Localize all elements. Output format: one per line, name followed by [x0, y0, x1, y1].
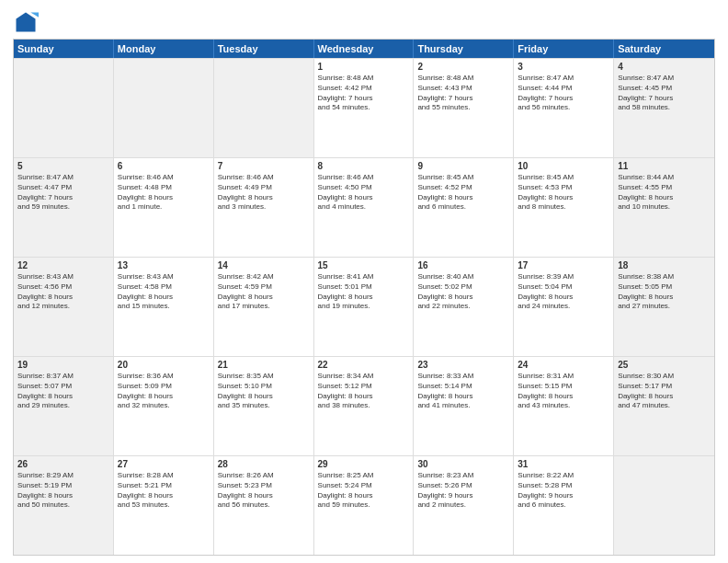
- day-number: 4: [618, 62, 711, 72]
- day-number: 12: [17, 260, 109, 270]
- header-tuesday: Tuesday: [214, 40, 314, 58]
- empty-cell-0-1: [114, 59, 214, 157]
- empty-cell-0-0: [14, 59, 114, 157]
- day-number: 19: [17, 360, 109, 370]
- day-cell-10: 10Sunrise: 8:45 AM Sunset: 4:53 PM Dayli…: [514, 158, 614, 257]
- day-info: Sunrise: 8:40 AM Sunset: 5:02 PM Dayligh…: [417, 272, 509, 312]
- day-number: 22: [318, 360, 410, 370]
- day-info: Sunrise: 8:45 AM Sunset: 4:52 PM Dayligh…: [417, 173, 509, 213]
- day-number: 10: [518, 161, 609, 171]
- day-cell-28: 28Sunrise: 8:26 AM Sunset: 5:23 PM Dayli…: [214, 456, 314, 555]
- header-friday: Friday: [514, 40, 614, 58]
- day-info: Sunrise: 8:26 AM Sunset: 5:23 PM Dayligh…: [218, 471, 310, 511]
- day-cell-8: 8Sunrise: 8:46 AM Sunset: 4:50 PM Daylig…: [314, 158, 415, 257]
- day-info: Sunrise: 8:41 AM Sunset: 5:01 PM Dayligh…: [318, 272, 410, 312]
- day-number: 7: [218, 161, 310, 171]
- day-cell-12: 12Sunrise: 8:43 AM Sunset: 4:56 PM Dayli…: [14, 258, 114, 356]
- day-cell-30: 30Sunrise: 8:23 AM Sunset: 5:26 PM Dayli…: [414, 456, 514, 555]
- day-info: Sunrise: 8:36 AM Sunset: 5:09 PM Dayligh…: [118, 372, 210, 411]
- day-cell-24: 24Sunrise: 8:31 AM Sunset: 5:15 PM Dayli…: [514, 357, 614, 455]
- day-cell-14: 14Sunrise: 8:42 AM Sunset: 4:59 PM Dayli…: [214, 258, 314, 356]
- day-info: Sunrise: 8:34 AM Sunset: 5:12 PM Dayligh…: [318, 372, 410, 411]
- day-cell-18: 18Sunrise: 8:38 AM Sunset: 5:05 PM Dayli…: [614, 258, 714, 356]
- page: SundayMondayTuesdayWednesdayThursdayFrid…: [0, 0, 728, 563]
- day-number: 27: [118, 459, 210, 469]
- day-number: 13: [118, 260, 210, 270]
- day-info: Sunrise: 8:48 AM Sunset: 4:43 PM Dayligh…: [417, 74, 509, 113]
- day-info: Sunrise: 8:30 AM Sunset: 5:17 PM Dayligh…: [618, 372, 711, 411]
- day-number: 5: [17, 161, 109, 171]
- day-number: 1: [318, 62, 410, 72]
- empty-cell-0-2: [214, 59, 314, 157]
- day-info: Sunrise: 8:46 AM Sunset: 4:48 PM Dayligh…: [118, 173, 210, 213]
- day-cell-26: 26Sunrise: 8:29 AM Sunset: 5:19 PM Dayli…: [14, 456, 114, 555]
- calendar-body: 1Sunrise: 8:48 AM Sunset: 4:42 PM Daylig…: [14, 58, 714, 555]
- day-cell-6: 6Sunrise: 8:46 AM Sunset: 4:48 PM Daylig…: [114, 158, 214, 257]
- day-number: 17: [518, 260, 609, 270]
- header-saturday: Saturday: [614, 40, 714, 58]
- day-info: Sunrise: 8:31 AM Sunset: 5:15 PM Dayligh…: [518, 372, 609, 411]
- day-info: Sunrise: 8:22 AM Sunset: 5:28 PM Dayligh…: [518, 471, 609, 511]
- day-info: Sunrise: 8:38 AM Sunset: 5:05 PM Dayligh…: [618, 272, 711, 312]
- day-info: Sunrise: 8:23 AM Sunset: 5:26 PM Dayligh…: [417, 471, 509, 511]
- day-number: 11: [618, 161, 711, 171]
- day-cell-13: 13Sunrise: 8:43 AM Sunset: 4:58 PM Dayli…: [114, 258, 214, 356]
- day-cell-22: 22Sunrise: 8:34 AM Sunset: 5:12 PM Dayli…: [314, 357, 415, 455]
- day-cell-2: 2Sunrise: 8:48 AM Sunset: 4:43 PM Daylig…: [414, 59, 514, 157]
- day-cell-31: 31Sunrise: 8:22 AM Sunset: 5:28 PM Dayli…: [514, 456, 614, 555]
- header-monday: Monday: [114, 40, 214, 58]
- day-number: 23: [417, 360, 509, 370]
- calendar-row-2: 12Sunrise: 8:43 AM Sunset: 4:56 PM Dayli…: [14, 257, 714, 356]
- calendar-row-0: 1Sunrise: 8:48 AM Sunset: 4:42 PM Daylig…: [14, 58, 714, 157]
- day-info: Sunrise: 8:25 AM Sunset: 5:24 PM Dayligh…: [318, 471, 410, 511]
- day-info: Sunrise: 8:44 AM Sunset: 4:55 PM Dayligh…: [618, 173, 711, 213]
- day-cell-25: 25Sunrise: 8:30 AM Sunset: 5:17 PM Dayli…: [614, 357, 714, 455]
- day-number: 28: [218, 459, 310, 469]
- day-info: Sunrise: 8:35 AM Sunset: 5:10 PM Dayligh…: [218, 372, 310, 411]
- day-info: Sunrise: 8:43 AM Sunset: 4:56 PM Dayligh…: [17, 272, 109, 312]
- day-cell-27: 27Sunrise: 8:28 AM Sunset: 5:21 PM Dayli…: [114, 456, 214, 555]
- day-cell-17: 17Sunrise: 8:39 AM Sunset: 5:04 PM Dayli…: [514, 258, 614, 356]
- day-info: Sunrise: 8:47 AM Sunset: 4:45 PM Dayligh…: [618, 74, 711, 113]
- day-cell-29: 29Sunrise: 8:25 AM Sunset: 5:24 PM Dayli…: [314, 456, 415, 555]
- calendar-header: SundayMondayTuesdayWednesdayThursdayFrid…: [14, 40, 714, 58]
- day-info: Sunrise: 8:47 AM Sunset: 4:44 PM Dayligh…: [518, 74, 609, 113]
- day-info: Sunrise: 8:42 AM Sunset: 4:59 PM Dayligh…: [218, 272, 310, 312]
- day-number: 3: [518, 62, 609, 72]
- day-number: 9: [417, 161, 509, 171]
- day-info: Sunrise: 8:45 AM Sunset: 4:53 PM Dayligh…: [518, 173, 609, 213]
- day-cell-16: 16Sunrise: 8:40 AM Sunset: 5:02 PM Dayli…: [414, 258, 514, 356]
- logo-icon: [13, 9, 39, 35]
- day-info: Sunrise: 8:46 AM Sunset: 4:50 PM Dayligh…: [318, 173, 410, 213]
- day-info: Sunrise: 8:47 AM Sunset: 4:47 PM Dayligh…: [17, 173, 109, 213]
- day-number: 14: [218, 260, 310, 270]
- calendar: SundayMondayTuesdayWednesdayThursdayFrid…: [13, 39, 715, 556]
- day-cell-1: 1Sunrise: 8:48 AM Sunset: 4:42 PM Daylig…: [314, 59, 415, 157]
- day-info: Sunrise: 8:33 AM Sunset: 5:14 PM Dayligh…: [417, 372, 509, 411]
- day-cell-9: 9Sunrise: 8:45 AM Sunset: 4:52 PM Daylig…: [414, 158, 514, 257]
- empty-cell-4-6: [614, 456, 714, 555]
- day-number: 26: [17, 459, 109, 469]
- day-cell-19: 19Sunrise: 8:37 AM Sunset: 5:07 PM Dayli…: [14, 357, 114, 455]
- day-info: Sunrise: 8:29 AM Sunset: 5:19 PM Dayligh…: [17, 471, 109, 511]
- header-thursday: Thursday: [414, 40, 514, 58]
- day-number: 2: [417, 62, 509, 72]
- day-number: 20: [118, 360, 210, 370]
- day-cell-3: 3Sunrise: 8:47 AM Sunset: 4:44 PM Daylig…: [514, 59, 614, 157]
- day-info: Sunrise: 8:39 AM Sunset: 5:04 PM Dayligh…: [518, 272, 609, 312]
- day-cell-20: 20Sunrise: 8:36 AM Sunset: 5:09 PM Dayli…: [114, 357, 214, 455]
- day-cell-4: 4Sunrise: 8:47 AM Sunset: 4:45 PM Daylig…: [614, 59, 714, 157]
- day-info: Sunrise: 8:37 AM Sunset: 5:07 PM Dayligh…: [17, 372, 109, 411]
- day-info: Sunrise: 8:48 AM Sunset: 4:42 PM Dayligh…: [318, 74, 410, 113]
- calendar-row-4: 26Sunrise: 8:29 AM Sunset: 5:19 PM Dayli…: [14, 455, 714, 555]
- day-number: 24: [518, 360, 609, 370]
- calendar-row-1: 5Sunrise: 8:47 AM Sunset: 4:47 PM Daylig…: [14, 157, 714, 257]
- logo: [13, 9, 42, 35]
- day-number: 25: [618, 360, 711, 370]
- day-info: Sunrise: 8:46 AM Sunset: 4:49 PM Dayligh…: [218, 173, 310, 213]
- day-cell-15: 15Sunrise: 8:41 AM Sunset: 5:01 PM Dayli…: [314, 258, 415, 356]
- header-sunday: Sunday: [14, 40, 114, 58]
- header-wednesday: Wednesday: [314, 40, 415, 58]
- day-number: 31: [518, 459, 609, 469]
- day-number: 29: [318, 459, 410, 469]
